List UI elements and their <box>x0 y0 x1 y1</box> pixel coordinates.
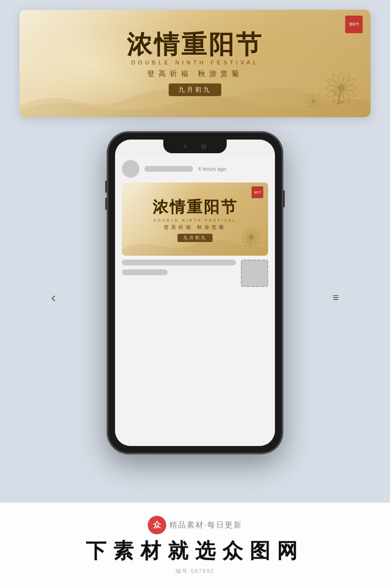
screen-banner-title-cn: 浓情重阳节 <box>153 197 238 218</box>
screen-post-content <box>122 260 268 287</box>
user-avatar <box>122 160 139 178</box>
phone-notch <box>163 140 227 153</box>
screen-content: 4 hours ago <box>115 155 275 446</box>
phone-screen: 4 hours ago <box>115 140 275 446</box>
watermark-tagline: 精品素材·每日更新 <box>169 520 242 530</box>
banner-content: 浓情重阳节 · DOUBLE NINTH FESTIVAL · 登高祈福 秋游赏… <box>20 10 370 117</box>
watermark-logo-row: 众 精品素材·每日更新 <box>148 516 242 534</box>
power-button <box>283 190 285 207</box>
post-time: 4 hours ago <box>198 166 226 172</box>
banner-date-badge: 九月初九 <box>169 83 221 96</box>
username-placeholder <box>144 166 193 172</box>
banner-title-cn: 浓情重阳节 <box>127 31 263 59</box>
post-image-placeholder <box>241 260 268 287</box>
site-logo-icon: 众 <box>148 516 166 534</box>
front-camera <box>201 143 207 149</box>
post-text-line-1 <box>122 260 236 265</box>
screen-banner-content: 浓情重阳节 · DOUBLE NINTH FESTIVAL · 登高祈福 秋游赏… <box>122 182 268 256</box>
watermark-id: 编号:597692 <box>176 568 214 575</box>
volume-up-button <box>105 181 107 193</box>
nav-left-arrow[interactable]: ‹ <box>51 290 56 305</box>
post-text-line-2 <box>122 269 168 275</box>
speaker-dot <box>183 144 187 148</box>
banner-title-en: · DOUBLE NINTH FESTIVAL · <box>122 60 268 65</box>
screen-post-header: 4 hours ago <box>115 155 275 181</box>
volume-down-button <box>105 198 107 210</box>
bottom-watermark: 众 精品素材·每日更新 下素材就选众图网 编号:597692 <box>0 503 390 588</box>
nav-right-menu[interactable]: ≡ <box>332 291 339 304</box>
top-banner-section: 重阳节 浓情重阳节 · DOUBLE NINTH FESTIVAL · 登高祈福… <box>20 10 370 117</box>
screen-banner-title-en: · DOUBLE NINTH FESTIVAL · <box>148 219 242 222</box>
banner-card: 重阳节 浓情重阳节 · DOUBLE NINTH FESTIVAL · 登高祈福… <box>20 10 370 117</box>
banner-subtitle: 登高祈福 秋游赏菊 <box>147 69 243 79</box>
screen-banner-subtitle: 登高祈福 秋游赏菊 <box>164 224 226 231</box>
phone-section: ‹ ≡ 4 hours ago <box>29 132 361 464</box>
post-text-area <box>122 260 236 275</box>
screen-banner-date-badge: 九月初九 <box>177 234 213 242</box>
watermark-cta: 下素材就选众图网 <box>86 537 304 565</box>
phone-device: 4 hours ago <box>107 132 283 454</box>
screen-banner-image: 重阳节 浓情重阳节 · DOUBLE NINTH FESTIVAL · 登高祈福… <box>122 182 268 256</box>
